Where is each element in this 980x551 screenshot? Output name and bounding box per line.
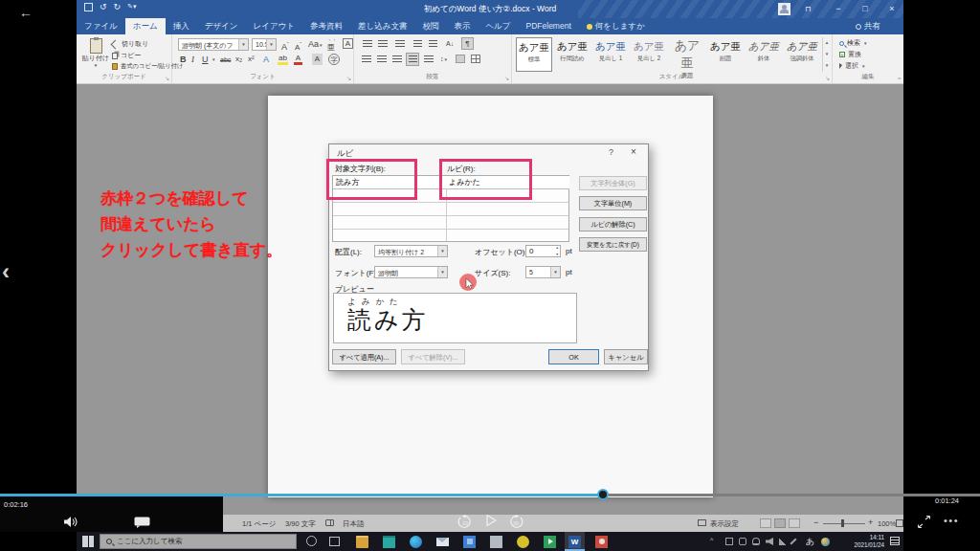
align-right-button[interactable] — [391, 55, 403, 65]
rewind-10-icon[interactable]: 10 — [457, 515, 474, 529]
italic-button[interactable]: I — [191, 54, 194, 65]
photos-icon[interactable] — [463, 536, 476, 548]
forward-30-icon[interactable]: 30 — [507, 515, 524, 529]
paste-button[interactable]: 貼り付け ▼ — [81, 37, 110, 76]
tray-device-icon[interactable] — [739, 538, 746, 545]
decrease-indent-button[interactable] — [413, 40, 422, 49]
borders-button[interactable] — [471, 55, 480, 63]
show-formatting-marks-button[interactable]: ¶ — [461, 37, 474, 50]
spinner-up-icon[interactable]: ▲ — [556, 246, 559, 250]
start-button[interactable] — [82, 536, 94, 547]
style-subtitle[interactable]: あア亜副題 — [707, 37, 744, 72]
line-spacing-button[interactable]: ↕▼ — [440, 54, 448, 66]
increase-indent-button[interactable] — [429, 40, 437, 49]
zoom-slider-thumb[interactable] — [841, 519, 844, 527]
subtitles-icon[interactable] — [134, 517, 150, 528]
zoom-in-icon[interactable]: + — [868, 518, 873, 527]
ime-indicator[interactable]: あ — [806, 536, 814, 548]
action-center-icon[interactable] — [890, 537, 900, 545]
group-all-button[interactable]: 文字列全体(G) — [579, 176, 647, 190]
tab-home[interactable]: ホーム — [125, 18, 166, 34]
bullets-button[interactable] — [361, 40, 372, 49]
taskbar-clock[interactable]: 14:11 2021/01/24 — [836, 534, 884, 549]
char-unit-button[interactable]: 文字単位(M) — [579, 196, 647, 210]
strikethrough-button[interactable]: abc — [220, 55, 231, 66]
tab-pdfelement[interactable]: PDFelement — [519, 18, 579, 34]
onenote-icon[interactable] — [490, 536, 502, 548]
style-heading2[interactable]: あア亜見出し 2 — [631, 37, 667, 72]
underline-dropdown[interactable]: ▼ — [212, 57, 215, 62]
tab-view[interactable]: 表示 — [446, 18, 478, 34]
play-icon[interactable] — [484, 514, 498, 527]
zoom-out-icon[interactable]: − — [813, 518, 818, 527]
replace-button[interactable]: b 置換 — [839, 50, 861, 59]
ruby-button[interactable]: ヽヽ亜 — [327, 38, 337, 53]
mail-icon[interactable] — [436, 538, 449, 546]
tray-onedrive-icon[interactable] — [752, 538, 760, 545]
styles-dialog-launcher[interactable]: ↘ — [825, 75, 830, 81]
spinner-down-icon[interactable]: ▼ — [556, 253, 559, 256]
align-left-button[interactable] — [361, 55, 372, 65]
page-indicator[interactable]: 1/1 ページ — [242, 519, 276, 529]
cut-button[interactable]: 切り取り — [112, 39, 148, 49]
minimize-button[interactable]: − — [827, 0, 850, 18]
tray-color-icon[interactable] — [821, 538, 830, 546]
ok-button[interactable]: OK — [548, 349, 599, 364]
tab-help[interactable]: ヘルプ — [478, 18, 518, 34]
proofing-icon[interactable] — [325, 519, 334, 526]
styles-gallery-scroll[interactable]: ▲▼▼ — [822, 37, 831, 72]
find-button[interactable]: 検索▼ — [839, 38, 867, 48]
font-name-combo[interactable]: 游明朝 (本文のフ▼ — [178, 38, 249, 51]
paragraph-dialog-launcher[interactable]: ↘ — [504, 75, 509, 81]
recorder-app-icon[interactable] — [595, 536, 608, 548]
word-count[interactable]: 3/90 文字 — [285, 519, 316, 529]
multilevel-list-button[interactable] — [395, 40, 405, 49]
progress-handle[interactable] — [597, 489, 609, 500]
font-color-button[interactable]: A — [294, 54, 302, 65]
tab-insert[interactable]: 挿入 — [166, 18, 197, 34]
volume-icon[interactable] — [63, 516, 78, 528]
undo-changes-button[interactable]: 変更を元に戻す(D) — [579, 237, 647, 252]
tell-me-box[interactable]: 何をしますか — [579, 18, 653, 34]
zoom-level[interactable]: 100% — [878, 519, 896, 528]
dialog-help-button[interactable]: ? — [609, 147, 613, 157]
collapse-ribbon-icon[interactable]: ^ — [898, 77, 901, 82]
font-size-combo[interactable]: 10.5▼ — [252, 38, 277, 51]
task-view-icon[interactable] — [329, 537, 340, 546]
justify-button[interactable] — [406, 53, 419, 66]
zoom-slider-track[interactable] — [823, 523, 865, 525]
file-explorer-icon[interactable] — [356, 536, 368, 548]
change-case-button[interactable]: Aa▼ — [308, 38, 323, 52]
close-button[interactable]: × — [880, 0, 903, 18]
tray-network-icon[interactable] — [779, 538, 787, 545]
word-taskbar-icon[interactable]: W — [565, 532, 585, 551]
apply-all-button[interactable]: すべて適用(A)... — [332, 349, 396, 364]
tab-references[interactable]: 参考資料 — [302, 18, 350, 34]
fullscreen-toggle-icon[interactable] — [917, 516, 931, 528]
tray-pen-icon[interactable] — [790, 538, 796, 544]
tab-layout[interactable]: レイアウト — [246, 18, 303, 34]
grow-font-button[interactable]: Aˆ — [281, 38, 289, 53]
tab-file[interactable]: ファイル — [77, 18, 125, 34]
player-back-icon[interactable]: ← — [19, 5, 33, 20]
media-app-icon[interactable] — [544, 536, 556, 548]
tray-chevron-up-icon[interactable]: ^ — [710, 537, 713, 543]
print-layout-button[interactable] — [774, 518, 786, 528]
shading-button[interactable] — [456, 55, 465, 63]
superscript-button[interactable]: x² — [248, 54, 255, 65]
restore-button[interactable]: □ — [854, 0, 877, 18]
more-options-icon[interactable]: ••• — [944, 515, 959, 526]
size-combo[interactable]: 5▼ — [525, 266, 561, 278]
numbering-button[interactable] — [378, 40, 388, 49]
taskbar-search-box[interactable]: ここに入力して検索 — [100, 534, 297, 549]
underline-button[interactable]: U — [202, 54, 209, 65]
style-no-spacing[interactable]: あア亜行間詰め — [554, 37, 590, 72]
clipboard-dialog-launcher[interactable]: ↘ — [165, 75, 169, 81]
tab-design[interactable]: デザイン — [197, 18, 246, 34]
alignment-combo[interactable]: 均等割り付け 2▼ — [374, 245, 448, 257]
tray-display-icon[interactable] — [725, 538, 733, 545]
microsoft-store-icon[interactable] — [383, 536, 395, 548]
language-indicator[interactable]: 日本語 — [343, 519, 365, 529]
dialog-close-icon[interactable]: × — [631, 146, 636, 157]
zoom-fit-icon[interactable] — [896, 519, 903, 527]
